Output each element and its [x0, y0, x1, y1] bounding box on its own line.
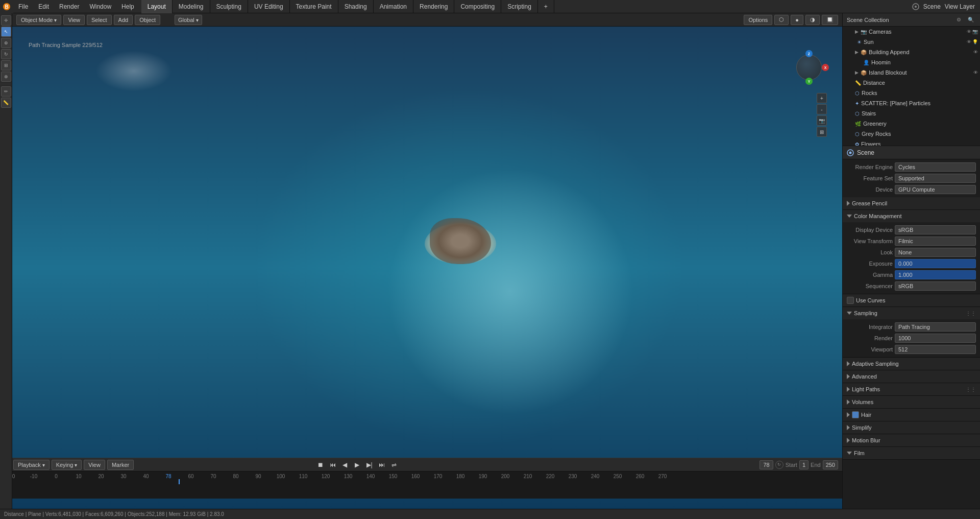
outliner-item-cameras[interactable]: ▶ 📷 Cameras 👁 📷 — [843, 27, 980, 37]
wireframe-btn[interactable]: ⬡ — [774, 15, 789, 25]
viewport-object-menu[interactable]: Object — [135, 15, 160, 25]
grease-pencil-header[interactable]: Grease Pencil — [843, 197, 980, 209]
render-icon[interactable]: 📷 — [972, 29, 978, 34]
outliner-item-sun[interactable]: ☀ Sun 👁 💡 — [843, 37, 980, 47]
display-device-dropdown[interactable]: sRGB — [895, 225, 976, 234]
nav-axis-y[interactable]: Y — [805, 78, 813, 85]
hair-header[interactable]: Hair — [843, 409, 980, 421]
select-tool[interactable]: ↖ — [1, 27, 11, 37]
outliner-item-scatter[interactable]: ✦ SCATTER: [Plane] Particles — [843, 98, 980, 108]
sequencer-dropdown[interactable]: sRGB — [895, 281, 976, 291]
cursor-tool[interactable]: ✛ — [1, 15, 11, 26]
sun-visibility-icon[interactable]: 👁 — [967, 39, 971, 44]
outliner-item-greenery[interactable]: 🌿 Greenery — [843, 119, 980, 129]
viewport-samples-input[interactable]: 512 — [895, 345, 976, 354]
menu-window[interactable]: Window — [84, 0, 116, 13]
viewport-options[interactable]: Options — [744, 15, 772, 25]
navigation-gizmo[interactable]: X Z Y — [796, 55, 827, 85]
tab-uv-editing[interactable]: UV Editing — [248, 0, 290, 13]
move-tool[interactable]: ⊕ — [1, 38, 11, 48]
motion-blur-header[interactable]: Motion Blur — [843, 434, 980, 446]
skip-start-btn[interactable]: ⏮ — [328, 460, 338, 470]
building-vis-icon[interactable]: 👁 — [973, 50, 978, 55]
view-transform-dropdown[interactable]: Filmic — [895, 237, 976, 246]
zoom-in-btn[interactable]: + — [817, 93, 827, 103]
nav-axis-x[interactable]: X — [822, 64, 829, 71]
rotate-tool[interactable]: ↻ — [1, 49, 11, 59]
tab-texture-paint[interactable]: Texture Paint — [290, 0, 338, 13]
use-curves-header[interactable]: Use Curves — [843, 294, 980, 306]
tab-shading[interactable]: Shading — [338, 0, 374, 13]
tab-add-workspace[interactable]: + — [538, 0, 554, 13]
render-engine-dropdown[interactable]: Cycles — [895, 162, 976, 172]
skip-end-btn[interactable]: ⏭ — [377, 460, 387, 470]
tab-layout[interactable]: Layout — [141, 0, 173, 13]
perspective-toggle-btn[interactable]: ⊞ — [817, 127, 827, 137]
end-frame-input[interactable]: 250 — [823, 460, 838, 469]
menu-edit[interactable]: Edit — [33, 0, 54, 13]
outliner-item-flowers[interactable]: ✿ Flowers — [843, 139, 980, 146]
render-samples-input[interactable]: 1000 — [895, 334, 976, 343]
viewport-add-menu[interactable]: Add — [114, 15, 133, 25]
viewport-view-menu[interactable]: View — [63, 15, 85, 25]
visibility-icon[interactable]: 👁 — [967, 29, 971, 34]
advanced-header[interactable]: Advanced — [843, 370, 980, 383]
use-curves-toggle[interactable] — [847, 297, 854, 304]
zoom-out-btn[interactable]: - — [817, 104, 827, 114]
menu-render[interactable]: Render — [54, 0, 84, 13]
tab-animation[interactable]: Animation — [374, 0, 413, 13]
sun-render-icon[interactable]: 💡 — [972, 39, 978, 44]
measure-tool[interactable]: 📏 — [1, 98, 11, 108]
tab-rendering[interactable]: Rendering — [413, 0, 454, 13]
device-dropdown[interactable]: GPU Compute — [895, 185, 976, 194]
transform-tool[interactable]: ⊗ — [1, 72, 11, 82]
object-mode-dropdown[interactable]: Object Mode — [16, 15, 61, 25]
start-frame-input[interactable]: 1 — [799, 460, 808, 469]
tab-scripting[interactable]: Scripting — [501, 0, 538, 13]
tab-modeling[interactable]: Modeling — [173, 0, 210, 13]
feature-set-dropdown[interactable]: Supported — [895, 174, 976, 183]
color-management-header[interactable]: Color Management — [843, 210, 980, 222]
menu-help[interactable]: Help — [116, 0, 139, 13]
rendered-btn[interactable]: 🔲 — [822, 15, 838, 25]
look-dropdown[interactable]: None — [895, 248, 976, 257]
annotate-tool[interactable]: ✏ — [1, 86, 11, 97]
transform-space-dropdown[interactable]: Global — [175, 15, 202, 25]
outliner-filter-btn[interactable]: ⚙ — [953, 15, 964, 25]
outliner-search-btn[interactable]: 🔍 — [966, 15, 976, 25]
outliner-item-hoomin[interactable]: 👤 Hoomin — [843, 57, 980, 67]
playback-menu[interactable]: Playback — [13, 460, 50, 470]
outliner-item-distance[interactable]: 📏 Distance — [843, 78, 980, 88]
timeline-track[interactable] — [0, 479, 842, 484]
hair-toggle[interactable] — [852, 411, 859, 418]
integrator-dropdown[interactable]: Path Tracing — [895, 322, 976, 332]
light-paths-options-icon[interactable]: ⋮⋮ — [966, 387, 976, 392]
light-paths-header[interactable]: Light Paths ⋮⋮ — [843, 383, 980, 395]
gamma-input[interactable]: 1.000 — [895, 270, 976, 279]
play-btn[interactable]: ▶ — [352, 460, 362, 470]
outliner-item-rocks[interactable]: ⬡ Rocks — [843, 88, 980, 98]
play-reverse-btn[interactable]: ⇌ — [389, 460, 399, 470]
3d-viewport[interactable]: Path Tracing Sample 229/512 X Z Y + - 📷 … — [12, 27, 842, 509]
film-header[interactable]: Film — [843, 447, 980, 459]
adaptive-sampling-header[interactable]: Adaptive Sampling — [843, 358, 980, 370]
nav-sphere[interactable]: X Z Y — [796, 55, 822, 80]
solid-btn[interactable]: ● — [791, 15, 803, 25]
frame-sync-btn[interactable]: ↻ — [775, 461, 783, 469]
menu-file[interactable]: File — [13, 0, 33, 13]
island-vis-icon[interactable]: 👁 — [973, 70, 978, 75]
sampling-header[interactable]: Sampling ⋮⋮ — [843, 307, 980, 319]
nav-axis-z[interactable]: Z — [805, 50, 813, 57]
step-back-btn[interactable]: ◀ — [340, 460, 350, 470]
tab-compositing[interactable]: Compositing — [454, 0, 501, 13]
keying-menu[interactable]: Keying — [52, 460, 82, 470]
stop-btn[interactable]: ⏹ — [315, 460, 326, 470]
view-menu[interactable]: View — [84, 460, 105, 470]
step-fwd-btn[interactable]: ▶| — [364, 460, 375, 470]
marker-menu[interactable]: Marker — [107, 460, 134, 470]
scale-tool[interactable]: ⊞ — [1, 60, 11, 70]
outliner-item-building[interactable]: ▶ 📦 Building Append 👁 — [843, 47, 980, 57]
volumes-header[interactable]: Volumes — [843, 396, 980, 408]
exposure-input[interactable]: 0.000 — [895, 259, 976, 268]
outliner-item-island[interactable]: ▶ 📦 Island Blockout 👁 — [843, 67, 980, 78]
